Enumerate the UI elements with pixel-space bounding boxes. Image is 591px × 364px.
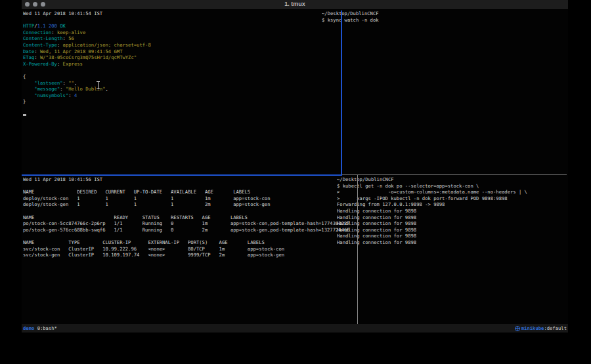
terminal-line: $ kubectl get -n dok po --selector=app=s… bbox=[337, 183, 567, 190]
desktop: 1. tmux Wed 11 Apr 2018 10:41:54 ISTHTTP… bbox=[0, 0, 591, 364]
window-title: 1. tmux bbox=[22, 1, 568, 7]
terminal-line: HTTP/1.1 200 OK bbox=[23, 23, 340, 30]
terminal-line bbox=[23, 105, 340, 111]
terminal-line bbox=[23, 17, 340, 24]
pane-port-forward[interactable]: ~/Desktop/DublinCNCF$ kubectl get -n dok… bbox=[337, 176, 567, 323]
terminal-line: { bbox=[23, 73, 340, 80]
terminal-line: Handling connection for 9898 bbox=[337, 208, 567, 214]
terminal-line: NAME DESIRED CURRENT UP-TO-DATE AVAILABL… bbox=[23, 189, 356, 195]
terminal-line: ~/Desktop/DublinCNCF bbox=[322, 10, 566, 17]
terminal-line: Handling connection for 9898 bbox=[337, 214, 567, 221]
terminal-line: Content-Length: 56 bbox=[23, 35, 340, 42]
terminal-line: Handling connection for 9898 bbox=[337, 233, 567, 239]
pane-divider-vertical-bottom[interactable] bbox=[357, 175, 358, 324]
mouse-cursor bbox=[97, 81, 100, 89]
terminal-line bbox=[23, 208, 356, 214]
kube-namespace: :default bbox=[544, 324, 567, 333]
terminal-line: po/stock-con-5cc874766c-2p6rp 1/1 Runnin… bbox=[23, 220, 356, 227]
pane-ksync-watch[interactable]: ~/Desktop/DublinCNCF$ ksync watch -n dok bbox=[322, 10, 566, 174]
terminal-line: "message": "Hello Dublin", bbox=[23, 86, 340, 92]
terminal-line: Handling connection for 9898 bbox=[337, 239, 567, 246]
terminal-line: svc/stock-gen ClusterIP 10.109.197.74 <n… bbox=[23, 252, 356, 258]
window-titlebar[interactable]: 1. tmux bbox=[22, 0, 568, 10]
status-right: minikube:default bbox=[515, 324, 567, 333]
terminal-line: Date: Wed, 11 Apr 2018 09:41:54 GMT bbox=[23, 49, 340, 55]
terminal-line: ~/Desktop/DublinCNCF bbox=[337, 176, 567, 183]
active-window-label[interactable]: 0:bash* bbox=[34, 325, 57, 331]
pane-divider-vertical-top[interactable] bbox=[341, 10, 342, 175]
terminal-line: Wed 11 Apr 2018 10:41:56 IST bbox=[23, 176, 356, 183]
tmux-terminal: Wed 11 Apr 2018 10:41:54 ISTHTTP/1.1 200… bbox=[22, 9, 568, 324]
terminal-line: "lastseen": "", bbox=[23, 80, 340, 87]
pane-divider-horizontal-left[interactable] bbox=[22, 174, 342, 176]
terminal-line bbox=[23, 183, 356, 190]
terminal-line: NAME READY STATUS RESTARTS AGE LABELS bbox=[23, 214, 356, 221]
terminal-line: Handling connection for 9898 bbox=[337, 220, 567, 227]
terminal-window: 1. tmux Wed 11 Apr 2018 10:41:54 ISTHTTP… bbox=[22, 0, 568, 333]
pane-divider-horizontal-right[interactable] bbox=[342, 174, 567, 175]
session-name: demo bbox=[23, 325, 34, 331]
terminal-line bbox=[23, 67, 340, 73]
pane-kubectl-get[interactable]: Wed 11 Apr 2018 10:41:56 ISTNAME DESIRED… bbox=[23, 176, 356, 323]
terminal-line: po/stock-gen-576cc688bb-swqf6 1/1 Runnin… bbox=[23, 227, 356, 233]
terminal-line: Wed 11 Apr 2018 10:41:54 IST bbox=[23, 10, 340, 17]
terminal-line: NAME TYPE CLUSTER-IP EXTERNAL-IP PORT(S)… bbox=[23, 239, 356, 246]
terminal-line: svc/stock-con ClusterIP 10.99.222.96 <no… bbox=[23, 246, 356, 253]
status-left: demo 0:bash* bbox=[23, 324, 57, 333]
terminal-line: Connection: keep-alive bbox=[23, 30, 340, 36]
tmux-status-bar: demo 0:bash* minikube:default bbox=[22, 324, 568, 333]
terminal-line: X-Powered-By: Express bbox=[23, 61, 340, 68]
terminal-line: ETag: W/"38-05coCsrg3mQ75sHr1d/qcMTwYZc" bbox=[23, 54, 340, 61]
terminal-line: "numsymbols": 4 bbox=[23, 92, 340, 99]
terminal-line: Handling connection for 9898 bbox=[337, 227, 567, 233]
helm-wheel-icon bbox=[515, 326, 520, 331]
terminal-line: Content-Type: application/json; charset=… bbox=[23, 42, 340, 49]
pane-http-response[interactable]: Wed 11 Apr 2018 10:41:54 ISTHTTP/1.1 200… bbox=[23, 10, 340, 174]
terminal-line bbox=[23, 233, 356, 239]
terminal-line: > -o=custom-columns=:metadata.name --no-… bbox=[337, 189, 567, 195]
terminal-line: deploy/stock-con 1 1 1 1 1m app=stock-co… bbox=[23, 195, 356, 202]
terminal-line bbox=[23, 111, 340, 118]
terminal-line: > xargs -IPOD kubectl -n dok port-forwar… bbox=[337, 195, 567, 202]
terminal-line: deploy/stock-gen 1 1 1 1 2m app=stock-ge… bbox=[23, 201, 356, 208]
kube-context: minikube bbox=[521, 324, 544, 333]
terminal-line: $ ksync watch -n dok bbox=[322, 17, 566, 24]
terminal-line: Forwarding from 127.0.0.1:9898 -> 9898 bbox=[337, 201, 567, 208]
terminal-line: } bbox=[23, 98, 340, 105]
